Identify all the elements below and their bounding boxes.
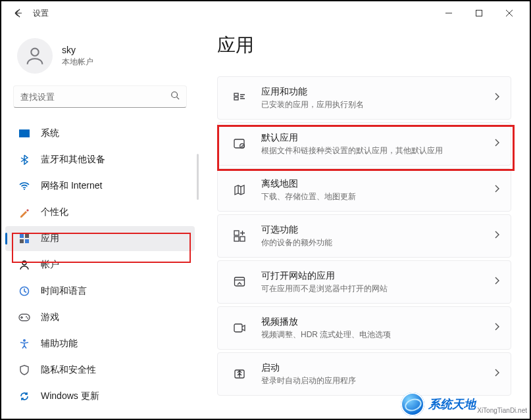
card-subtitle: 视频调整、HDR 流式处理、电池选项 <box>261 329 493 340</box>
page-title: 应用 <box>217 33 511 58</box>
nav-label: 蓝牙和其他设备 <box>41 154 105 166</box>
personalize-icon <box>18 206 30 218</box>
startup-icon <box>232 367 247 381</box>
card-video-playback[interactable]: 视频播放视频调整、HDR 流式处理、电池选项 <box>217 306 511 350</box>
sidebar-item-accessibility[interactable]: 辅助功能 <box>5 331 195 356</box>
watermark-logo-icon <box>401 392 424 416</box>
nav-label: 游戏 <box>41 312 59 323</box>
svg-point-12 <box>26 316 27 317</box>
nav-label: 隐私和安全性 <box>41 364 96 376</box>
sidebar-item-bluetooth[interactable]: 蓝牙和其他设备 <box>5 147 195 172</box>
privacy-icon <box>18 364 30 376</box>
nav-label: 时间和语言 <box>41 285 87 297</box>
sidebar-item-network[interactable]: 网络和 Internet <box>5 174 195 198</box>
website-apps-icon <box>232 275 247 289</box>
card-title: 启动 <box>261 362 493 374</box>
svg-point-4 <box>24 189 25 190</box>
svg-point-14 <box>23 339 26 342</box>
wifi-icon <box>18 180 30 192</box>
card-subtitle: 你的设备的额外功能 <box>261 237 493 248</box>
card-offline-maps[interactable]: 离线地图下载、存储位置、地图更新 <box>217 168 511 212</box>
card-title: 默认应用 <box>261 132 493 144</box>
card-startup[interactable]: 启动登录时自动启动的应用程序 <box>217 352 511 396</box>
svg-rect-8 <box>25 239 29 243</box>
avatar <box>17 38 53 74</box>
svg-rect-6 <box>25 234 29 238</box>
svg-rect-5 <box>20 234 24 238</box>
search-input[interactable] <box>13 85 187 108</box>
card-subtitle: 已安装的应用，应用执行别名 <box>261 99 493 110</box>
nav-label: 辅助功能 <box>41 338 78 350</box>
svg-rect-7 <box>20 239 24 243</box>
svg-rect-19 <box>234 231 239 235</box>
svg-rect-3 <box>19 129 30 137</box>
close-icon <box>505 9 513 17</box>
card-optional-features[interactable]: 可选功能你的设备的额外功能 <box>217 214 511 258</box>
maximize-icon <box>475 9 483 17</box>
sidebar-item-accounts[interactable]: 帐户 <box>5 252 195 277</box>
minimize-button[interactable] <box>434 1 464 25</box>
video-playback-icon <box>232 321 247 335</box>
system-icon <box>18 128 30 139</box>
svg-rect-21 <box>240 237 245 241</box>
search-field[interactable] <box>20 92 170 102</box>
chevron-right-icon <box>493 92 500 104</box>
sidebar-item-time-language[interactable]: 时间和语言 <box>5 279 195 304</box>
sidebar-item-system[interactable]: 系统 <box>5 121 195 146</box>
watermark-url: XiTongTianDi.net <box>477 407 527 414</box>
window-title: 设置 <box>33 8 49 19</box>
svg-rect-15 <box>234 93 238 96</box>
accessibility-icon <box>18 338 30 350</box>
chevron-right-icon <box>493 322 500 334</box>
apps-icon <box>18 233 30 245</box>
svg-rect-23 <box>234 324 242 332</box>
sidebar-item-apps[interactable]: 应用 <box>5 226 195 251</box>
card-title: 可打开网站的应用 <box>261 270 493 282</box>
card-subtitle: 下载、存储位置、地图更新 <box>261 191 493 202</box>
card-subtitle: 登录时自动启动的应用程序 <box>261 375 493 386</box>
chevron-right-icon <box>493 138 500 150</box>
apps-features-icon <box>232 91 247 105</box>
sidebar-item-gaming[interactable]: 游戏 <box>5 305 195 330</box>
main-panel: 应用 应用和功能已安装的应用，应用执行别名默认应用根据文件和链接种类设置的默认应… <box>199 25 530 419</box>
minimize-icon <box>445 9 453 17</box>
arrow-left-icon <box>13 8 24 18</box>
watermark-brand: 系统天地 <box>428 396 476 412</box>
maximize-button[interactable] <box>464 1 494 25</box>
card-title: 应用和功能 <box>261 86 493 98</box>
svg-point-1 <box>31 49 38 56</box>
watermark: 系统天地 XiTongTianDi.net <box>401 392 527 416</box>
chevron-right-icon <box>493 230 500 242</box>
nav-label: 个性化 <box>41 206 68 218</box>
bluetooth-icon <box>18 154 30 166</box>
nav-label: 应用 <box>41 233 59 245</box>
card-title: 可选功能 <box>261 224 493 236</box>
svg-rect-16 <box>234 97 238 100</box>
card-title: 视频播放 <box>261 316 493 328</box>
svg-point-2 <box>172 92 178 98</box>
close-button[interactable] <box>494 1 524 25</box>
svg-rect-0 <box>476 11 482 16</box>
nav-list: 系统蓝牙和其他设备网络和 Internet个性化应用帐户时间和语言游戏辅助功能隐… <box>1 121 199 409</box>
default-apps-icon <box>232 137 247 151</box>
card-subtitle: 根据文件和链接种类设置的默认应用，其他默认应用 <box>261 145 493 156</box>
sidebar-item-privacy[interactable]: 隐私和安全性 <box>5 358 195 383</box>
card-apps-features[interactable]: 应用和功能已安装的应用，应用执行别名 <box>217 76 511 120</box>
nav-label: 帐户 <box>41 259 59 271</box>
sidebar-item-update[interactable]: Windows 更新 <box>5 384 195 409</box>
card-website-apps[interactable]: 可打开网站的应用可在应用而不是浏览器中打开的网站 <box>217 260 511 304</box>
card-default-apps[interactable]: 默认应用根据文件和链接种类设置的默认应用，其他默认应用 <box>217 122 511 166</box>
user-block[interactable]: sky 本地帐户 <box>1 33 199 85</box>
update-icon <box>18 390 30 402</box>
sidebar-item-personalization[interactable]: 个性化 <box>5 200 195 225</box>
chevron-right-icon <box>493 184 500 196</box>
person-icon <box>24 45 46 67</box>
nav-label: 网络和 Internet <box>41 180 102 192</box>
card-title: 离线地图 <box>261 178 493 190</box>
sidebar: sky 本地帐户 系统蓝牙和其他设备网络和 Internet个性化应用帐户时间和… <box>1 25 199 419</box>
search-icon <box>170 91 180 103</box>
svg-rect-20 <box>234 237 239 241</box>
gaming-icon <box>18 312 30 323</box>
user-account-type: 本地帐户 <box>62 57 93 68</box>
back-button[interactable] <box>7 1 30 25</box>
